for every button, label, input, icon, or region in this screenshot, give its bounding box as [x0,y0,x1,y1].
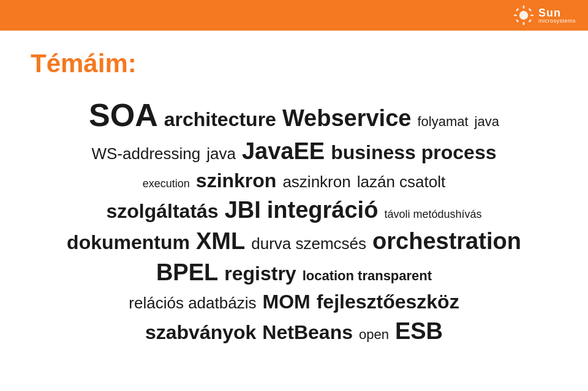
tag-row-2: WS-addressing java JavaEE business proce… [31,138,557,165]
svg-rect-2 [523,22,525,25]
tag-esb: ESB [395,318,443,344]
tag-java-1: java [475,114,499,130]
tag-java-2: java [206,144,236,163]
tag-xml: XML [196,228,245,255]
tag-dokumentum: dokumentum [67,231,190,254]
tag-row-5: dokumentum XML durva szemcsés orchestrat… [31,228,557,255]
top-bar: Sun microsystems [0,0,588,31]
tag-cloud: SOA architecture Webservice folyamat jav… [31,97,557,344]
tag-orchestration: orchestration [372,228,521,255]
tag-szabvanyok: szabványok [145,321,256,344]
tag-lazan-csatolt: lazán csatolt [357,173,446,192]
svg-rect-6 [528,8,532,12]
tag-fejlesztoeszkoz: fejlesztőeszköz [317,291,459,313]
tag-row-7: relációs adatbázis MOM fejlesztőeszköz [31,291,557,313]
tag-business-process: business process [331,141,496,164]
tag-szinkron: szinkron [196,169,277,192]
tag-registry: registry [224,263,296,285]
tag-execution: execution [143,177,190,190]
tag-soa: SOA [89,97,158,133]
tag-javaee: JavaEE [242,138,325,165]
tag-tavoli-metodushivas: távoli metódushívás [384,208,481,221]
tag-webservice: Webservice [282,105,412,132]
svg-rect-5 [516,8,519,12]
sun-brand-sub: microsystems [538,18,576,24]
tag-integracio: integráció [267,197,379,223]
tag-row-8: szabványok NetBeans open ESB [31,318,557,344]
sun-logo-text: Sun microsystems [538,7,576,24]
tag-architecture: architecture [164,108,276,131]
svg-point-0 [519,11,528,20]
tag-folyamat: folyamat [417,114,468,130]
sun-logo-icon [513,4,535,26]
tag-jbi: JBI [225,197,261,223]
tag-szolgaltatas: szolgáltatás [106,200,218,223]
tag-relacios-adatbazis: relációs adatbázis [129,294,256,313]
tag-row-6: BPEL registry location transparent [31,259,557,286]
svg-rect-8 [528,19,532,23]
page-title: Témáim: [31,49,557,78]
tag-ws-addressing: WS-addressing [91,144,200,163]
sun-logo: Sun microsystems [513,4,576,26]
tag-row-4: szolgáltatás JBI integráció távoli metód… [31,197,557,223]
sun-brand-name: Sun [538,7,561,18]
tag-bpel: BPEL [156,259,218,286]
main-content: Témáim: SOA architecture Webservice foly… [0,31,588,357]
svg-rect-1 [523,6,525,9]
tag-netbeans: NetBeans [262,321,353,344]
tag-mom: MOM [262,291,310,313]
tag-row-3: execution szinkron aszinkron lazán csato… [31,169,557,192]
tag-aszinkron: aszinkron [282,173,350,192]
tag-open: open [359,327,389,343]
tag-durva-szemcses: durva szemcsés [251,234,366,253]
svg-rect-7 [516,19,519,23]
svg-rect-3 [514,15,517,17]
tag-row-1: SOA architecture Webservice folyamat jav… [31,97,557,133]
tag-location-transparent: location transparent [303,268,432,284]
svg-rect-4 [530,15,533,17]
